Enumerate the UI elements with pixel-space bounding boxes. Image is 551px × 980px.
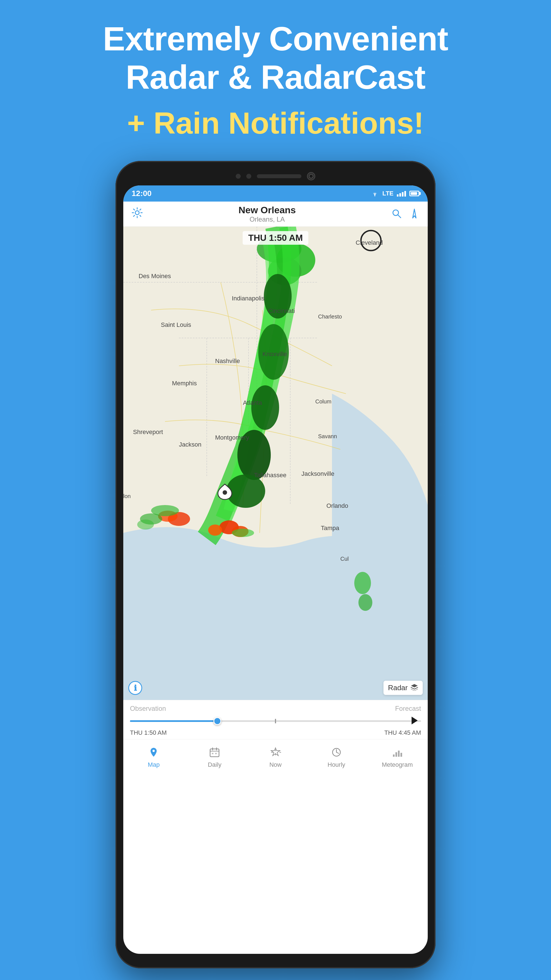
svg-text:Montgomery: Montgomery [215,434,249,441]
now-nav-icon [270,747,281,759]
svg-text:Jackson: Jackson [179,441,202,448]
svg-text:Tampa: Tampa [321,525,340,531]
observation-label: Observation [130,705,166,713]
timeline-labels: Observation Forecast [130,705,421,713]
daily-nav-label: Daily [208,761,222,768]
phone-screen: 12:00 LTE [123,185,428,954]
svg-line-3 [398,215,401,218]
svg-marker-54 [411,717,418,724]
status-time: 12:00 [132,189,152,198]
svg-text:Nashville: Nashville [215,358,240,364]
svg-rect-56 [210,749,219,757]
location-name: New Orleans [149,205,386,215]
svg-text:Knoxville: Knoxville [262,350,287,358]
svg-text:Indianapolis: Indianapolis [232,295,264,302]
svg-point-17 [251,385,279,430]
svg-text:Shreveport: Shreveport [133,428,163,436]
svg-text:Orlando: Orlando [326,502,348,509]
status-icons: LTE [371,190,419,197]
hourly-nav-label: Hourly [327,761,345,768]
signal-bar-3 [402,192,403,197]
timeline-end-time: THU 4:45 AM [384,729,421,737]
svg-point-55 [152,750,155,752]
timeline-start-time: THU 1:50 AM [130,729,167,737]
svg-text:Jacksonville: Jacksonville [302,470,335,477]
svg-text:Des Moines: Des Moines [138,272,171,280]
nav-item-meteogram[interactable]: Meteogram [367,747,428,768]
svg-text:lon: lon [123,493,131,499]
svg-point-31 [222,490,227,495]
notch-speaker [257,174,302,178]
app-header: New Orleans Orleans, LA [123,202,428,227]
svg-rect-65 [393,754,395,757]
timeline-section: Observation Forecast [123,700,428,739]
timeline-times: THU 1:50 AM THU 4:45 AM [130,729,421,737]
timeline-track[interactable] [130,720,421,722]
map-container[interactable]: Des Moines Cleveland Indianapolis Cincin… [123,227,428,700]
notch-dot-right [246,174,251,179]
svg-point-26 [359,594,372,611]
nav-item-hourly[interactable]: Hourly [306,747,367,768]
nav-item-map[interactable]: Map [123,747,184,768]
location-sub: Orleans, LA [149,215,386,223]
timeline-filled [130,720,218,722]
timeline-thumb[interactable] [213,717,221,725]
map-nav-label: Map [148,761,160,768]
timeline-marker [275,719,276,723]
radar-button[interactable]: Radar [383,681,423,695]
header-actions [391,208,420,220]
nav-item-now[interactable]: Now [245,747,306,768]
meteogram-nav-icon [392,747,403,759]
now-nav-label: Now [269,761,282,768]
svg-point-30 [137,520,154,530]
timeline-wrapper[interactable] [130,715,421,727]
title-line2: Radar & RadarCast [126,59,426,96]
map-svg: Des Moines Cleveland Indianapolis Cincin… [123,227,428,700]
battery-icon [410,191,419,196]
phone-wrapper: 12:00 LTE [0,161,551,968]
gear-icon[interactable] [131,207,143,221]
header-title: Extremely Convenient Radar & RadarCast [28,19,523,96]
location-info: New Orleans Orleans, LA [149,205,386,223]
daily-nav-icon [209,747,220,759]
svg-rect-68 [400,753,402,757]
svg-text:Memphis: Memphis [172,380,197,387]
notch-dot-left [236,174,241,179]
nav-item-daily[interactable]: Daily [184,747,245,768]
search-icon[interactable] [391,208,402,220]
svg-point-25 [354,572,371,594]
map-nav-icon [148,747,159,759]
phone-frame: 12:00 LTE [116,161,435,968]
svg-point-0 [374,195,375,196]
battery-fill [411,192,417,195]
svg-rect-60 [212,753,213,754]
header-section: Extremely Convenient Radar & RadarCast +… [0,0,551,155]
map-timestamp: THU 1:50 AM [243,231,308,245]
bottom-nav: Map Daily [123,739,428,775]
signal-bar-1 [397,194,399,197]
svg-text:Tallahassee: Tallahassee [254,472,286,479]
signal-bars [397,191,406,197]
svg-text:Atlanta: Atlanta [243,399,262,406]
signal-bar-4 [404,191,406,197]
radar-label: Radar [388,684,408,692]
notch-camera [307,172,315,180]
lte-label: LTE [383,190,394,197]
svg-point-21 [208,525,222,536]
svg-line-64 [337,752,339,753]
hourly-nav-icon [331,747,342,759]
info-button[interactable]: ℹ [128,681,142,695]
status-bar: 12:00 LTE [123,185,428,202]
svg-text:Charlesto: Charlesto [318,313,342,320]
meteogram-nav-label: Meteogram [382,761,413,768]
svg-text:Colum: Colum [315,398,332,404]
svg-rect-61 [215,753,217,754]
play-button[interactable] [407,713,421,729]
signal-bar-2 [399,193,401,197]
svg-point-27 [232,529,254,537]
wifi-icon [371,190,379,197]
svg-text:Cleveland: Cleveland [356,239,383,246]
navigation-icon[interactable] [409,208,420,220]
header-subtitle: + Rain Notifications! [28,105,523,142]
svg-text:Cincinnati: Cincinnati [268,307,295,314]
